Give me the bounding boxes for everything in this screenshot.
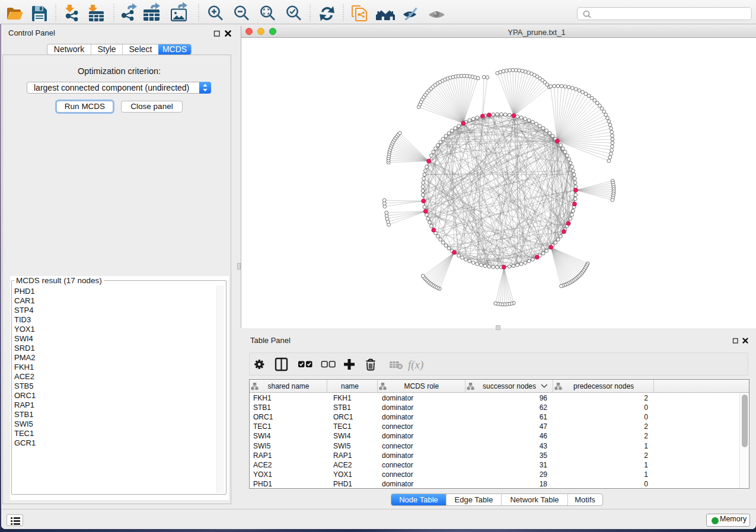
svg-text:name: name — [341, 382, 359, 390]
svg-text:predecessor nodes: predecessor nodes — [573, 382, 634, 390]
svg-text:f(x): f(x) — [408, 358, 423, 371]
svg-text:MCDS role: MCDS role — [404, 382, 439, 390]
svg-text:shared name: shared name — [268, 382, 310, 390]
svg-text:successor nodes: successor nodes — [483, 382, 536, 390]
